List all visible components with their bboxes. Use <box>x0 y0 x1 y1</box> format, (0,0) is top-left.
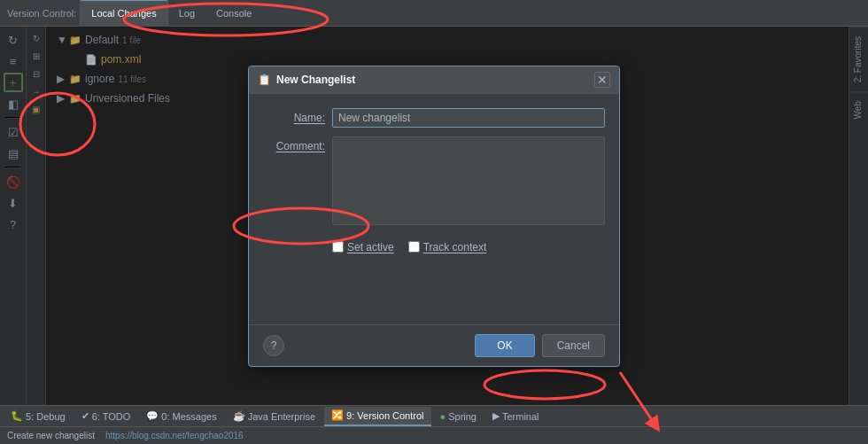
status-tab-terminal[interactable]: ▶ Terminal <box>485 407 546 426</box>
spring-icon: ● <box>440 411 446 422</box>
tab-local-changes[interactable]: Local Changes <box>80 0 167 27</box>
bottom-text: Create new changelist <box>7 431 95 440</box>
name-input[interactable] <box>332 108 605 128</box>
name-field-row: Name: <box>263 108 605 128</box>
set-active-checkbox[interactable] <box>332 241 344 253</box>
status-tab-debug[interactable]: 🐛 5: Debug <box>4 407 73 426</box>
modal-close-button[interactable]: ✕ <box>594 72 610 88</box>
modal-title-icon: 📋 <box>258 74 271 86</box>
ok-button[interactable]: OK <box>475 334 534 357</box>
comment-label: Comment: <box>263 136 325 152</box>
modal-help-button[interactable]: ? <box>263 335 284 356</box>
status-tab-spring[interactable]: ● Spring <box>433 407 484 426</box>
status-tab-version-control[interactable]: 🔀 9: Version Control <box>324 407 430 426</box>
status-tab-java-enterprise[interactable]: ☕ Java Enterprise <box>226 407 322 426</box>
status-tab-todo[interactable]: ✔ 6: TODO <box>74 407 138 426</box>
set-active-checkbox-item[interactable]: Set active <box>332 241 394 253</box>
terminal-icon: ▶ <box>492 410 500 422</box>
bottom-bar: Create new changelist https://blog.csdn.… <box>0 426 868 444</box>
name-label: Name: <box>263 108 325 124</box>
modal-title-bar: 📋 New Changelist ✕ <box>249 66 619 94</box>
tab-bar: Version Control: Local Changes Log Conso… <box>0 0 868 27</box>
set-active-label: Set active <box>347 241 394 253</box>
modal-overlay: 📋 New Changelist ✕ Name: Comment: <box>0 27 868 405</box>
vc-icon: 🔀 <box>331 409 344 421</box>
todo-icon: ✔ <box>81 410 89 422</box>
messages-icon: 💬 <box>146 410 159 422</box>
modal-body: Name: Comment: Set active <box>249 94 619 324</box>
status-bar: 🐛 5: Debug ✔ 6: TODO 💬 0: Messages ☕ Jav… <box>0 405 868 426</box>
checkboxes-row: Set active Track context <box>263 241 605 253</box>
java-icon: ☕ <box>233 410 245 422</box>
tab-console[interactable]: Console <box>205 0 262 27</box>
comment-input[interactable] <box>332 136 605 225</box>
track-context-checkbox-item[interactable]: Track context <box>408 241 487 253</box>
tab-bar-prefix: Version Control: <box>7 8 76 19</box>
modal-footer: ? OK Cancel <box>249 324 619 366</box>
debug-icon: 🐛 <box>11 410 23 422</box>
new-changelist-modal: 📋 New Changelist ✕ Name: Comment: <box>248 66 620 367</box>
track-context-checkbox[interactable] <box>408 241 420 253</box>
modal-title-text: New Changelist <box>276 74 355 86</box>
status-tab-messages[interactable]: 💬 0: Messages <box>139 407 223 426</box>
track-context-label: Track context <box>423 241 487 253</box>
bottom-url: https://blog.csdn.net/fengchao2016 <box>105 431 244 440</box>
tab-log[interactable]: Log <box>168 0 205 27</box>
cancel-button[interactable]: Cancel <box>542 334 605 357</box>
comment-field-row: Comment: <box>263 136 605 225</box>
